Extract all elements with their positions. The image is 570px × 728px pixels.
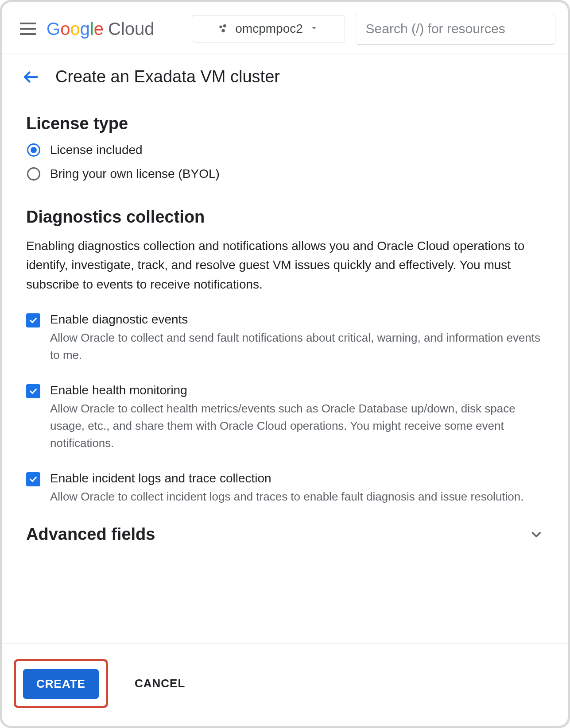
create-button-highlight: CREATE <box>14 659 108 708</box>
checkbox-icon[interactable] <box>26 313 40 327</box>
chevron-down-icon <box>529 527 544 542</box>
search-input[interactable]: Search (/) for resources <box>356 13 555 45</box>
checkbox-label: Enable diagnostic events <box>50 312 544 327</box>
project-icon <box>217 23 229 35</box>
diagnostics-heading: Diagnostics collection <box>26 208 544 227</box>
checkbox-icon[interactable] <box>26 472 40 486</box>
diagnostics-description: Enabling diagnostics collection and noti… <box>26 236 544 294</box>
footer-actions: CREATE CANCEL <box>2 643 568 726</box>
cancel-button[interactable]: CANCEL <box>132 676 188 691</box>
project-picker[interactable]: omcpmpoc2 <box>192 15 345 42</box>
google-cloud-logo: Google Cloud <box>47 20 155 38</box>
license-type-radio-group: License included Bring your own license … <box>27 143 544 181</box>
checkbox-incident-logs: Enable incident logs and trace collectio… <box>26 471 544 505</box>
checkbox-description: Allow Oracle to collect incident logs an… <box>50 488 524 505</box>
project-name: omcpmpoc2 <box>235 22 303 36</box>
checkbox-health-monitoring: Enable health monitoring Allow Oracle to… <box>26 383 544 452</box>
svg-point-1 <box>223 24 226 27</box>
radio-icon <box>27 143 40 157</box>
checkbox-diagnostic-events: Enable diagnostic events Allow Oracle to… <box>26 312 544 364</box>
create-button[interactable]: CREATE <box>23 669 99 699</box>
svg-point-2 <box>221 29 225 33</box>
chevron-down-icon <box>309 22 319 36</box>
radio-license-included[interactable]: License included <box>27 143 544 157</box>
checkbox-description: Allow Oracle to collect and send fault n… <box>50 329 544 364</box>
advanced-fields-toggle[interactable]: Advanced fields <box>26 525 544 544</box>
top-bar: Google Cloud omcpmpoc2 Search (/) for re… <box>2 2 568 54</box>
page-title: Create an Exadata VM cluster <box>55 67 280 86</box>
checkbox-description: Allow Oracle to collect health metrics/e… <box>50 400 544 452</box>
radio-label: Bring your own license (BYOL) <box>50 167 220 181</box>
back-arrow-icon[interactable] <box>22 68 40 86</box>
menu-icon[interactable] <box>20 23 36 35</box>
logo-google: Google <box>47 20 104 38</box>
checkbox-label: Enable health monitoring <box>50 383 544 397</box>
advanced-fields-heading: Advanced fields <box>26 525 155 544</box>
checkbox-icon[interactable] <box>26 384 40 398</box>
logo-cloud: Cloud <box>108 20 155 38</box>
main-content: License type License included Bring your… <box>2 98 568 643</box>
radio-label: License included <box>50 143 143 157</box>
svg-point-0 <box>220 25 223 28</box>
radio-byol[interactable]: Bring your own license (BYOL) <box>27 167 544 181</box>
checkbox-label: Enable incident logs and trace collectio… <box>50 471 524 485</box>
title-row: Create an Exadata VM cluster <box>2 54 568 98</box>
license-type-heading: License type <box>26 114 544 133</box>
radio-icon <box>27 167 40 181</box>
